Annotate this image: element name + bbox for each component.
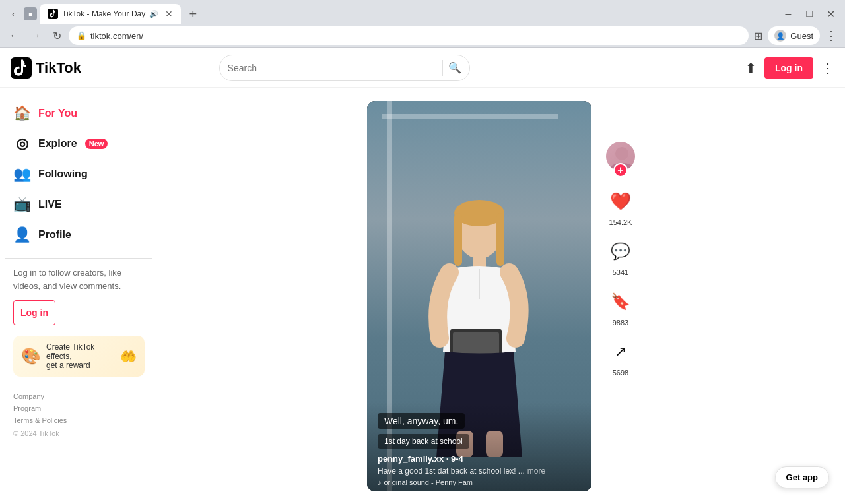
browser-profile-avatar: 👤 <box>774 30 786 42</box>
tab-mute-icon[interactable]: 🔊 <box>149 10 158 18</box>
footer-link-company[interactable]: Company <box>13 390 145 402</box>
footer-link-program[interactable]: Program <box>13 402 145 414</box>
comment-count: 5341 <box>613 268 628 276</box>
search-input[interactable] <box>228 63 437 73</box>
video-tag-wrapper: 1st day back at school <box>378 434 581 454</box>
logo[interactable]: TikTok <box>11 57 81 79</box>
video-card[interactable]: Well, anyway, um. 1st day back at school… <box>367 101 592 491</box>
forward-btn[interactable]: → <box>26 26 45 45</box>
svg-point-12 <box>615 147 628 160</box>
maximize-btn[interactable]: □ <box>800 5 819 23</box>
tiktok-app: TikTok 🔍 ⬆ Log in ⋮ 🏠 For You <box>0 48 845 504</box>
sidebar-item-following[interactable]: 👥 Following <box>5 159 152 189</box>
svg-rect-0 <box>48 9 58 19</box>
bookmark-btn[interactable]: 🔖 9883 <box>606 287 635 327</box>
sidebar-divider <box>5 258 152 259</box>
sidebar-label-live: LIVE <box>38 199 62 210</box>
footer-link-terms[interactable]: Terms & Policies <box>13 414 145 425</box>
video-more-link[interactable]: more <box>527 466 545 476</box>
browser-more-btn[interactable]: ⋮ <box>823 26 840 46</box>
extensions-icon[interactable]: ⊞ <box>751 27 765 45</box>
sidebar: 🏠 For You ◎ Explore New 👥 Following 📺 <box>0 88 158 504</box>
video-sound: ♪ original sound - Penny Fam <box>378 478 581 486</box>
explore-icon: ◎ <box>13 135 30 152</box>
video-actions: + ❤️ 154.2K 💬 <box>605 101 636 491</box>
sidebar-login-btn[interactable]: Log in <box>13 300 55 325</box>
tab-list-prev-btn[interactable]: ‹ <box>5 6 21 22</box>
profile-icon: 👤 <box>13 226 30 243</box>
effects-hands-icon: 🤲 <box>120 348 137 364</box>
effects-line1: Create TikTok effects, <box>46 342 115 361</box>
minimize-btn[interactable]: – <box>779 5 797 23</box>
get-app-label: Get app <box>786 472 818 482</box>
search-icon[interactable]: 🔍 <box>448 61 461 74</box>
sidebar-item-explore[interactable]: ◎ Explore New <box>5 129 152 159</box>
sidebar-item-live[interactable]: 📺 LIVE <box>5 189 152 220</box>
logo-text: TikTok <box>36 59 81 77</box>
sidebar-item-for-you[interactable]: 🏠 For You <box>5 98 152 129</box>
creator-avatar-btn[interactable]: + <box>605 141 636 176</box>
comment-btn[interactable]: 💬 5341 <box>606 237 635 276</box>
sidebar-nav: 🏠 For You ◎ Explore New 👥 Following 📺 <box>5 98 152 250</box>
music-note-icon: ♪ <box>378 478 382 486</box>
sound-text: original sound - Penny Fam <box>384 478 473 486</box>
heart-icon: ❤️ <box>606 187 635 216</box>
video-overlay: Well, anyway, um. 1st day back at school… <box>367 402 592 491</box>
sidebar-label-profile: Profile <box>38 229 71 241</box>
footer-copyright: © 2024 TikTok <box>13 429 145 437</box>
tab-favicon <box>48 9 58 19</box>
browser-chrome: ‹ ■ TikTok - Make Your Day 🔊 ✕ + – □ ✕ ←… <box>0 0 845 48</box>
video-author: penny_family.xx · 9-4 <box>378 454 581 464</box>
effects-icon: 🎨 <box>21 347 41 365</box>
video-feed: Well, anyway, um. 1st day back at school… <box>367 101 636 491</box>
explore-new-badge: New <box>85 139 108 149</box>
comment-icon: 💬 <box>606 237 635 266</box>
effects-line2: get a reward <box>46 361 115 370</box>
tiktok-logo-icon <box>11 57 32 79</box>
tab-group-btn[interactable]: ■ <box>24 7 37 20</box>
tab-title: TikTok - Make Your Day <box>62 9 145 18</box>
door-top-decoration <box>382 114 558 119</box>
bookmark-count: 9883 <box>613 319 628 327</box>
get-app-btn[interactable]: Get app <box>775 466 829 488</box>
header-login-btn[interactable]: Log in <box>764 57 813 79</box>
effects-banner[interactable]: 🎨 Create TikTok effects, get a reward 🤲 <box>13 336 145 377</box>
video-desc-line: Have a good 1st dat back at school lex! … <box>378 466 581 478</box>
share-btn[interactable]: ↗ 5698 <box>606 337 635 377</box>
reload-btn[interactable]: ↻ <box>48 26 66 45</box>
new-tab-btn[interactable]: + <box>184 5 202 23</box>
tab-close-btn[interactable]: ✕ <box>165 9 173 19</box>
like-btn[interactable]: ❤️ 154.2K <box>606 187 635 226</box>
live-icon: 📺 <box>13 196 30 213</box>
effects-banner-text: Create TikTok effects, get a reward <box>46 342 115 370</box>
back-btn[interactable]: ← <box>5 26 24 45</box>
active-tab[interactable]: TikTok - Make Your Day 🔊 ✕ <box>40 4 181 24</box>
search-divider <box>442 60 443 76</box>
url-display: tiktok.com/en/ <box>90 31 741 41</box>
sidebar-cta-text: Log in to follow creators, like videos, … <box>5 267 152 300</box>
browser-profile-label: Guest <box>790 31 813 41</box>
browser-profile-btn[interactable]: 👤 Guest <box>768 26 820 45</box>
app-header: TikTok 🔍 ⬆ Log in ⋮ <box>0 48 845 88</box>
search-bar: 🔍 <box>219 55 470 81</box>
header-right: ⬆ Log in ⋮ <box>745 57 834 79</box>
address-bar[interactable]: 🔒 tiktok.com/en/ <box>69 26 749 45</box>
svg-rect-4 <box>454 213 462 266</box>
sidebar-label-explore: Explore <box>38 138 77 150</box>
header-more-icon[interactable]: ⋮ <box>821 60 834 76</box>
upload-icon[interactable]: ⬆ <box>745 60 757 76</box>
sidebar-label-for-you: For You <box>38 108 77 119</box>
sidebar-item-profile[interactable]: 👤 Profile <box>5 220 152 250</box>
sidebar-label-following: Following <box>38 168 88 180</box>
follow-plus-icon[interactable]: + <box>613 163 628 177</box>
footer-links: Company Program Terms & Policies © 2024 … <box>5 382 152 445</box>
share-count: 5698 <box>613 369 628 377</box>
video-container: Well, anyway, um. 1st day back at school… <box>367 101 592 491</box>
video-description: Have a good 1st dat back at school lex! … <box>378 466 525 476</box>
tab-bar: ‹ ■ TikTok - Make Your Day 🔊 ✕ + – □ ✕ <box>0 0 845 24</box>
like-count: 154.2K <box>609 218 632 226</box>
following-icon: 👥 <box>13 166 30 183</box>
share-icon: ↗ <box>606 337 635 366</box>
avatar-wrap: + <box>605 141 636 172</box>
close-btn[interactable]: ✕ <box>821 5 840 23</box>
